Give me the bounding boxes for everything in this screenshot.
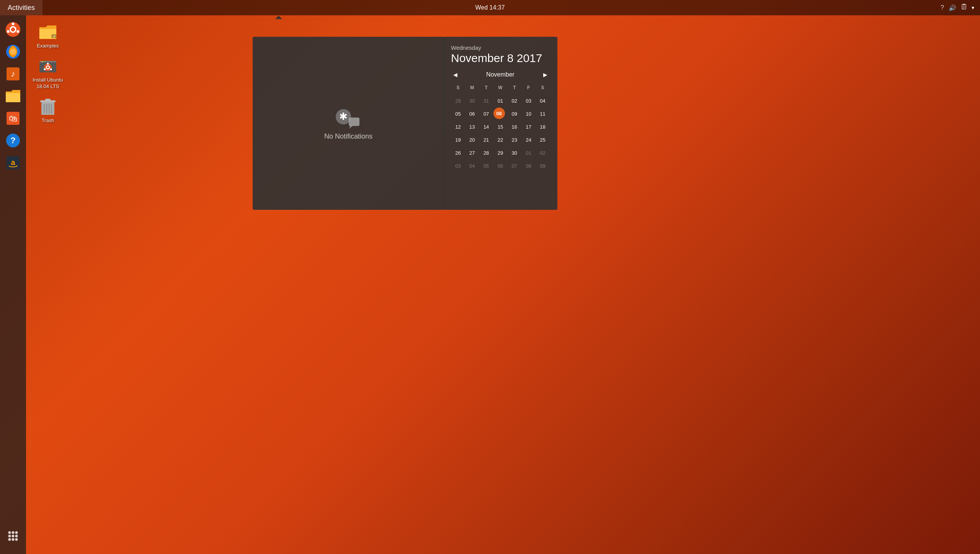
cal-day-02-next[interactable]: 02 <box>536 147 550 159</box>
cal-day-05[interactable]: 05 <box>451 108 465 120</box>
sidebar-item-firefox[interactable] <box>3 41 23 62</box>
svg-rect-47 <box>45 99 51 101</box>
cal-prev-month-button[interactable]: ◀ <box>451 71 460 78</box>
examples-folder-icon: ↗ <box>39 23 57 41</box>
no-notifications-text: No Notifications <box>324 132 372 141</box>
cal-day-13[interactable]: 13 <box>465 121 479 133</box>
cal-day-25[interactable]: 25 <box>536 134 550 146</box>
cal-header-sun: S <box>451 82 465 94</box>
svg-text:?: ? <box>10 136 15 145</box>
cal-day-15[interactable]: 15 <box>493 121 508 133</box>
svg-point-23 <box>8 535 11 538</box>
software-icon: 🛍 <box>5 110 21 126</box>
sidebar-item-ubuntu[interactable] <box>3 19 23 40</box>
cal-day-06[interactable]: 06 <box>465 108 479 120</box>
svg-point-35 <box>44 61 45 62</box>
cal-day-02[interactable]: 02 <box>507 95 521 107</box>
system-menu-dropdown[interactable]: ▾ <box>972 5 974 11</box>
svg-point-39 <box>50 68 52 70</box>
cal-day-04[interactable]: 04 <box>536 95 550 107</box>
help-icon[interactable]: ? <box>941 4 944 11</box>
cal-day-07[interactable]: 07 <box>479 108 493 120</box>
volume-icon[interactable]: 🔊 <box>949 4 956 11</box>
sidebar-item-help[interactable]: ? <box>3 130 23 151</box>
cal-day-20[interactable]: 20 <box>465 134 479 146</box>
cal-day-09[interactable]: 09 <box>507 108 521 120</box>
cal-day-14[interactable]: 14 <box>479 121 493 133</box>
cal-day-08-today[interactable]: 08 <box>493 108 505 119</box>
svg-line-45 <box>51 104 52 113</box>
svg-line-42 <box>44 104 44 113</box>
svg-point-38 <box>47 63 49 65</box>
cal-day-29[interactable]: 29 <box>493 147 508 159</box>
cal-day-31-prev[interactable]: 31 <box>479 95 493 107</box>
cal-day-19[interactable]: 19 <box>451 134 465 146</box>
cal-day-17[interactable]: 17 <box>521 121 536 133</box>
cal-day-29-prev[interactable]: 29 <box>451 95 465 107</box>
svg-rect-1 <box>963 4 965 5</box>
sidebar-item-rhythmbox[interactable]: ♪ <box>3 64 23 84</box>
svg-marker-51 <box>349 126 353 129</box>
cal-next-month-button[interactable]: ▶ <box>541 71 550 78</box>
clock: Wed 14:37 <box>475 4 505 11</box>
cal-day-08-next[interactable]: 08 <box>521 160 536 172</box>
cal-week-2: 05 06 07 08 09 10 11 <box>451 108 550 120</box>
cal-day-27[interactable]: 27 <box>465 147 479 159</box>
desktop-icon-area: ↗ Examples <box>33 23 63 124</box>
svg-text:♪: ♪ <box>11 69 15 78</box>
cal-day-03-next[interactable]: 03 <box>451 160 465 172</box>
cal-header-thu: T <box>507 82 521 94</box>
cal-day-04-next[interactable]: 04 <box>465 160 479 172</box>
cal-day-07-next[interactable]: 07 <box>507 160 521 172</box>
cal-day-05-next[interactable]: 05 <box>479 160 493 172</box>
cal-day-03[interactable]: 03 <box>521 95 536 107</box>
desktop-icon-examples[interactable]: ↗ Examples <box>33 23 63 49</box>
topbar: Activities Wed 14:37 ? 🔊 ▾ <box>0 0 980 15</box>
cal-day-30[interactable]: 30 <box>507 147 521 159</box>
sidebar-item-show-apps[interactable] <box>3 526 23 546</box>
cal-month-nav: ◀ November ▶ <box>451 71 550 78</box>
cal-header-mon: M <box>465 82 479 94</box>
cal-day-10[interactable]: 10 <box>521 108 536 120</box>
cal-day-01-next[interactable]: 01 <box>521 147 536 159</box>
firefox-icon <box>5 44 21 60</box>
cal-full-date: November 8 2017 <box>451 52 550 65</box>
cal-day-28[interactable]: 28 <box>479 147 493 159</box>
cal-day-01[interactable]: 01 <box>493 95 508 107</box>
svg-text:a: a <box>11 158 15 167</box>
svg-text:↗: ↗ <box>52 35 56 39</box>
topbar-right-icons: ? 🔊 ▾ <box>941 4 980 11</box>
install-ubuntu-label: Install Ubuntu 18.04 LTS <box>33 77 63 90</box>
desktop-icon-install-ubuntu[interactable]: Install Ubuntu 18.04 LTS <box>33 57 63 90</box>
svg-point-20 <box>8 531 11 534</box>
cal-day-18[interactable]: 18 <box>536 121 550 133</box>
cal-header-fri: F <box>521 82 536 94</box>
sidebar-item-amazon[interactable]: a <box>3 152 23 173</box>
cal-day-09-next[interactable]: 09 <box>536 160 550 172</box>
clipboard-icon[interactable] <box>961 4 967 11</box>
cal-grid: S M T W T F S 29 30 31 01 02 03 04 <box>451 82 550 172</box>
cal-day-23[interactable]: 23 <box>507 134 521 146</box>
cal-day-22[interactable]: 22 <box>493 134 508 146</box>
svg-point-25 <box>15 535 18 538</box>
cal-day-21[interactable]: 21 <box>479 134 493 146</box>
notification-panel: ✱ No Notifications <box>253 37 444 210</box>
sidebar-item-software[interactable]: 🛍 <box>3 108 23 129</box>
cal-day-11[interactable]: 11 <box>536 108 550 120</box>
svg-point-27 <box>12 538 15 541</box>
svg-point-8 <box>16 30 19 33</box>
cal-day-26[interactable]: 26 <box>451 147 465 159</box>
activities-button[interactable]: Activities <box>0 0 42 15</box>
cal-day-12[interactable]: 12 <box>451 121 465 133</box>
cal-day-06-next[interactable]: 06 <box>493 160 508 172</box>
cal-day-16[interactable]: 16 <box>507 121 521 133</box>
svg-rect-50 <box>349 118 359 126</box>
cal-week-3: 12 13 14 15 16 17 18 <box>451 121 550 133</box>
cal-header-sat: S <box>536 82 550 94</box>
cal-day-24[interactable]: 24 <box>521 134 536 146</box>
desktop-icon-trash[interactable]: Trash <box>33 98 63 124</box>
sidebar-item-files[interactable] <box>3 86 23 106</box>
svg-point-22 <box>15 531 18 534</box>
cal-day-30-prev[interactable]: 30 <box>465 95 479 107</box>
svg-point-28 <box>15 538 18 541</box>
